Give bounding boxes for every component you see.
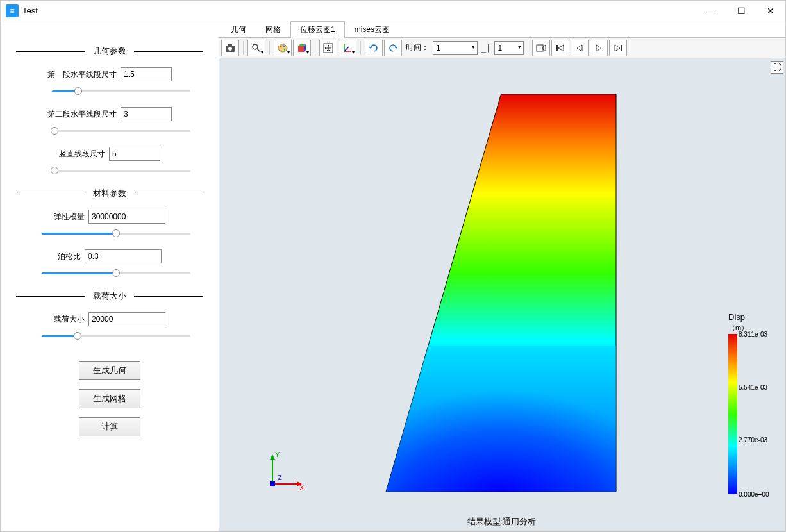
svg-marker-25 bbox=[386, 346, 616, 492]
viewport[interactable]: ⛶ bbox=[219, 58, 785, 531]
axes-icon[interactable] bbox=[339, 40, 356, 56]
svg-rect-1 bbox=[228, 44, 232, 46]
generate-mesh-button[interactable]: 生成网格 bbox=[79, 389, 140, 408]
field3-input[interactable] bbox=[109, 147, 160, 161]
palette-icon[interactable] bbox=[274, 40, 292, 56]
sidebar: 几何参数 第一段水平线段尺寸 第二段水平线段尺寸 竖直线段尺寸 bbox=[1, 21, 219, 531]
field4-slider[interactable] bbox=[42, 228, 190, 239]
field1-slider[interactable] bbox=[52, 85, 190, 97]
svg-point-8 bbox=[284, 48, 286, 50]
svg-point-6 bbox=[280, 46, 282, 47]
svg-marker-19 bbox=[558, 45, 564, 51]
generate-geometry-button[interactable]: 生成几何 bbox=[79, 361, 140, 380]
legend-tick-2: 2.770e-03 bbox=[739, 436, 767, 444]
time-select[interactable]: 1 bbox=[433, 41, 478, 55]
window-title: Test bbox=[22, 6, 38, 15]
legend-title: Disp bbox=[728, 312, 783, 322]
video-icon[interactable] bbox=[532, 40, 550, 56]
field5-slider[interactable] bbox=[42, 267, 190, 279]
camera-icon[interactable] bbox=[221, 40, 239, 56]
group-material: 材料参数 bbox=[16, 188, 203, 199]
minimize-button[interactable]: — bbox=[697, 1, 726, 21]
skip-end-icon[interactable] bbox=[609, 40, 627, 56]
svg-rect-32 bbox=[270, 481, 275, 486]
group-geometry: 几何参数 bbox=[16, 46, 203, 57]
field1-label: 第一段水平线段尺寸 bbox=[47, 69, 117, 80]
app-icon bbox=[6, 4, 19, 17]
skip-start-icon[interactable] bbox=[551, 40, 569, 56]
maximize-button[interactable]: ☐ bbox=[726, 1, 756, 21]
tab-displacement-contour[interactable]: 位移云图1 bbox=[290, 21, 345, 38]
legend-bar bbox=[728, 334, 737, 494]
field5-input[interactable] bbox=[85, 249, 162, 263]
axis-gizmo: Y X Z bbox=[262, 449, 307, 494]
svg-rect-16 bbox=[537, 45, 543, 51]
group-load: 载荷大小 bbox=[16, 290, 203, 302]
step-select[interactable]: 1 bbox=[494, 41, 524, 55]
tab-mises-contour[interactable]: mises云图 bbox=[345, 21, 399, 38]
field6-input[interactable] bbox=[88, 312, 165, 326]
svg-point-5 bbox=[278, 44, 287, 52]
svg-marker-27 bbox=[270, 454, 275, 460]
svg-point-2 bbox=[228, 47, 232, 51]
field6-slider[interactable] bbox=[42, 330, 190, 342]
svg-marker-21 bbox=[596, 45, 601, 51]
model-title: 结果模型:通用分析 bbox=[467, 516, 537, 528]
svg-rect-9 bbox=[298, 46, 304, 52]
svg-marker-20 bbox=[577, 45, 582, 51]
field1-input[interactable] bbox=[121, 67, 172, 81]
svg-point-7 bbox=[283, 45, 285, 47]
step-sep-label: _| bbox=[481, 44, 490, 53]
svg-rect-18 bbox=[556, 45, 558, 51]
cube-icon[interactable] bbox=[293, 40, 311, 56]
legend-tick-1: 5.541e-03 bbox=[739, 383, 767, 390]
tab-geometry[interactable]: 几何 bbox=[221, 21, 256, 38]
fit-view-icon[interactable] bbox=[319, 40, 337, 56]
rotate-cw-icon[interactable] bbox=[384, 40, 402, 56]
tabs-bar: 几何 网格 位移云图1 mises云图 bbox=[219, 21, 785, 38]
titlebar: Test — ☐ ✕ bbox=[1, 1, 785, 21]
calculate-button[interactable]: 计算 bbox=[79, 417, 140, 436]
tab-mesh[interactable]: 网格 bbox=[256, 21, 290, 38]
zoom-icon[interactable] bbox=[247, 40, 265, 56]
svg-marker-17 bbox=[543, 45, 546, 51]
svg-line-15 bbox=[344, 47, 349, 51]
svg-text:Z: Z bbox=[278, 474, 282, 481]
svg-line-4 bbox=[257, 49, 260, 52]
field3-label: 竖直线段尺寸 bbox=[59, 149, 105, 160]
legend-tick-3: 0.000e+00 bbox=[739, 491, 769, 498]
svg-point-3 bbox=[253, 44, 258, 49]
field4-input[interactable] bbox=[88, 210, 165, 224]
time-label: 时间： bbox=[406, 42, 429, 53]
play-icon[interactable] bbox=[590, 40, 608, 56]
play-back-icon[interactable] bbox=[571, 40, 589, 56]
color-legend: Disp （m） 8.311e-03 5.541e-03 2.770e-03 0… bbox=[728, 312, 783, 494]
field6-label: 载荷大小 bbox=[54, 314, 85, 325]
field2-slider[interactable] bbox=[52, 125, 190, 137]
field2-input[interactable] bbox=[121, 107, 172, 121]
close-button[interactable]: ✕ bbox=[756, 1, 785, 21]
field3-slider[interactable] bbox=[52, 165, 190, 176]
rotate-ccw-icon[interactable] bbox=[365, 40, 383, 56]
svg-marker-22 bbox=[615, 45, 620, 51]
svg-text:X: X bbox=[299, 484, 305, 492]
field4-label: 弹性模量 bbox=[54, 212, 85, 222]
field2-label: 第二段水平线段尺寸 bbox=[47, 109, 117, 120]
svg-text:Y: Y bbox=[275, 451, 280, 458]
viewport-toolbar: 时间： 1 _| 1 bbox=[219, 38, 785, 58]
legend-tick-0: 8.311e-03 bbox=[739, 331, 767, 338]
field5-label: 泊松比 bbox=[58, 251, 81, 262]
svg-rect-23 bbox=[621, 45, 622, 51]
